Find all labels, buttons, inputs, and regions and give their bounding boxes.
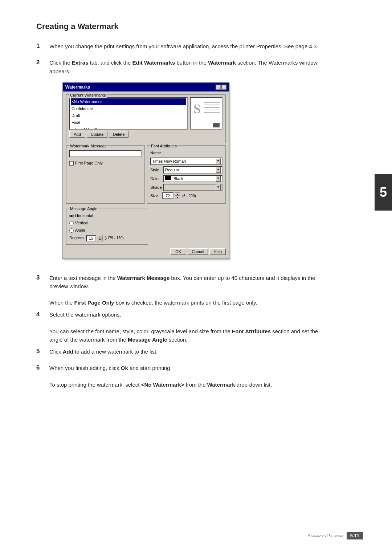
step-4-text: Select the watermark options.	[49, 311, 121, 318]
step-1-text: When you change the print settings from …	[49, 43, 318, 49]
font-shade-dropdown[interactable]: ▼	[163, 184, 222, 191]
step-6-text: When you finish editing, click Ok and st…	[49, 365, 172, 371]
degrees-spinners: ▲ ▼	[98, 235, 103, 241]
first-page-checkbox[interactable]	[69, 161, 74, 166]
help-button[interactable]: Help	[209, 248, 226, 255]
angle-angle-row: Angle	[69, 227, 145, 233]
dialog-close-btn[interactable]: ×	[221, 85, 226, 90]
preview-s-letter: S	[193, 99, 201, 119]
font-style-dropdown-arrow: ▼	[216, 167, 221, 173]
font-name-dropdown[interactable]: Times New Roman ▼	[150, 158, 222, 165]
preview-line-5	[204, 112, 220, 113]
footer-page: 5.11	[350, 533, 359, 538]
watermark-item-final[interactable]: Final	[71, 119, 186, 126]
step-3-content: Enter a text message in the Watermark Me…	[49, 274, 327, 291]
step-5: 5 Click Add to add a new watermark to th…	[36, 347, 327, 356]
watermark-preview: S	[190, 97, 222, 130]
step-4-content: Select the watermark options.	[49, 310, 327, 319]
spacer	[150, 208, 226, 247]
watermark-item-confidential[interactable]: Confidential	[71, 105, 186, 112]
first-page-checkbox-row: First Page Only	[69, 160, 142, 166]
dialog-body: Current Watermarks <No Watermark> Confid…	[63, 91, 229, 258]
font-color-label: Color	[150, 176, 163, 182]
step-3-num: 3	[36, 274, 49, 281]
step-1-num: 1	[36, 42, 49, 50]
current-watermarks-section: Current Watermarks <No Watermark> Confid…	[66, 94, 226, 143]
degrees-down[interactable]: ▼	[98, 238, 103, 241]
font-shade-label: Shade	[150, 184, 163, 191]
font-name-dropdown-arrow: ▼	[216, 158, 221, 164]
degrees-up[interactable]: ▲	[98, 235, 103, 238]
font-size-input[interactable]	[162, 192, 173, 199]
cancel-button[interactable]: Cancel	[188, 248, 208, 255]
step-5-num: 5	[36, 347, 49, 355]
dialog-footer: OK Cancel Help	[66, 247, 226, 256]
font-size-row: Size ▲ ▼ (6 - 200)	[150, 192, 222, 199]
font-color-dropdown[interactable]: Black ▼	[163, 175, 222, 182]
dialog-top: <No Watermark> Confidential Draft Final …	[69, 97, 222, 138]
watermark-message-input[interactable]	[69, 150, 142, 157]
ok-button[interactable]: OK	[170, 248, 186, 255]
dialog-titlebar-btns: ? ×	[216, 85, 226, 90]
page-footer: Advanced Printing 5.11	[307, 532, 363, 539]
font-size-spinners: ▲ ▼	[175, 192, 180, 199]
degrees-range: (-179 - 180)	[105, 235, 124, 241]
page-title: Creating a Watermark	[36, 22, 327, 31]
chapter-side-tab: 5	[375, 174, 392, 211]
watermark-item-no-watermark[interactable]: <No Watermark>	[71, 98, 186, 105]
angle-angle-radio[interactable]	[69, 228, 74, 233]
font-style-label: Style	[150, 167, 163, 173]
degrees-label: Degrees	[69, 235, 85, 241]
dialog-titlebar: Watermarks ? ×	[63, 83, 229, 92]
degrees-input[interactable]	[86, 235, 96, 241]
dialog-wrapper: Watermarks ? × Current Watermarks	[62, 82, 327, 259]
delete-watermark-button[interactable]: Delete	[109, 131, 128, 138]
font-style-dropdown[interactable]: Regular ▼	[163, 166, 222, 174]
font-size-label: Size	[150, 193, 160, 199]
step-4-sub-text: You can select the font name, style, col…	[49, 328, 318, 343]
step-6-sub-text: To stop printing the watermark, select <…	[49, 382, 272, 388]
dialog-help-btn[interactable]: ?	[216, 85, 221, 90]
step-4-sub: You can select the font name, style, col…	[49, 327, 327, 344]
step-5-content: Click Add to add a new watermark to the …	[49, 347, 327, 356]
font-shade-row: Shade ▼	[150, 184, 222, 191]
font-attributes-label: Font Attributes	[150, 143, 177, 149]
angle-vertical-label: Vertical	[75, 220, 88, 226]
preview-line-2	[204, 105, 220, 105]
step-1: 1 When you change the print settings fro…	[36, 42, 327, 50]
angle-horizontal-radio[interactable]	[69, 214, 74, 218]
angle-horizontal-label: Horizontal	[75, 213, 93, 219]
step-6: 6 When you finish editing, click Ok and …	[36, 364, 327, 372]
watermark-item-draft[interactable]: Draft	[71, 112, 186, 119]
message-angle-label: Message Angle	[69, 206, 98, 212]
angle-vertical-row: Vertical	[69, 220, 145, 226]
step-2: 2 Click the Extras tab, and click the Ed…	[36, 58, 327, 265]
step-6-content: When you finish editing, click Ok and st…	[49, 364, 327, 372]
dialog-title: Watermarks	[65, 84, 90, 91]
footer-page-badge: 5.11	[347, 532, 363, 539]
watermarks-left: <No Watermark> Confidential Draft Final …	[69, 97, 188, 138]
angle-vertical-radio[interactable]	[69, 221, 74, 225]
angle-angle-label: Angle	[75, 227, 85, 233]
watermark-action-buttons: Add Update Delete	[69, 131, 188, 138]
preview-lines	[204, 102, 220, 113]
font-attributes-section: Font Attributes Name Times New Roman ▼	[147, 145, 226, 204]
chapter-number: 5	[380, 185, 387, 200]
font-size-range: (6 - 200)	[182, 193, 196, 199]
font-size-down[interactable]: ▼	[175, 196, 180, 199]
add-watermark-button[interactable]: Add	[69, 131, 85, 138]
update-watermark-button[interactable]: Update	[87, 131, 107, 138]
step-6-sub: To stop printing the watermark, select <…	[49, 380, 327, 389]
watermarks-list[interactable]: <No Watermark> Confidential Draft Final …	[69, 97, 188, 130]
dialog-bottom-row: Message Angle Horizontal Vertical	[66, 208, 226, 247]
watermark-item-internal[interactable]: Internal Use Only	[71, 126, 186, 130]
step-3-sub-text: When the First Page Only box is checked,…	[49, 300, 257, 306]
step-4: 4 Select the watermark options.	[36, 310, 327, 319]
current-watermarks-label: Current Watermarks	[69, 92, 107, 98]
font-color-value: Black	[165, 176, 183, 182]
preview-block	[213, 123, 220, 127]
font-size-up[interactable]: ▲	[175, 192, 180, 196]
step-6-num: 6	[36, 364, 49, 371]
preview-line-3	[204, 107, 220, 108]
step-3: 3 Enter a text message in the Watermark …	[36, 274, 327, 291]
